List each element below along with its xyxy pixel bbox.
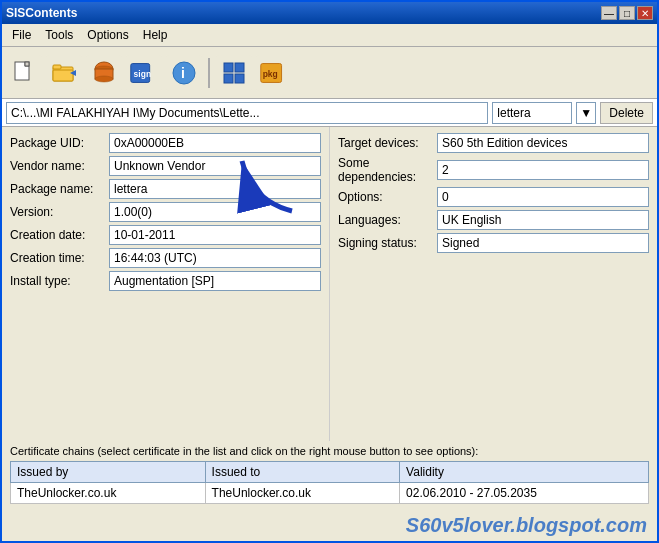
field-row-uid: Package UID: <box>10 133 321 153</box>
title-bar: SISContents — □ ✕ <box>2 2 657 24</box>
sign-button[interactable]: sign <box>126 55 162 91</box>
delete-button[interactable]: Delete <box>600 102 653 124</box>
svg-rect-17 <box>224 74 233 83</box>
menu-tools[interactable]: Tools <box>39 26 79 44</box>
menu-help[interactable]: Help <box>137 26 174 44</box>
watermark-text: S60v5lover.blogspot.com <box>406 514 647 536</box>
pkg-button[interactable]: pkg <box>256 55 292 91</box>
right-panel: Target devices: Some dependencies: Optio… <box>329 127 657 441</box>
svg-rect-4 <box>53 70 73 81</box>
filename-input[interactable] <box>492 102 572 124</box>
watermark: S60v5lover.blogspot.com <box>2 508 657 541</box>
address-bar: ▼ Delete <box>2 99 657 127</box>
cert-issued-by: TheUnlocker.co.uk <box>11 483 206 504</box>
value-dependencies[interactable] <box>437 160 649 180</box>
svg-rect-15 <box>224 63 233 72</box>
maximize-button[interactable]: □ <box>619 6 635 20</box>
field-row-vendor: Vendor name: <box>10 156 321 176</box>
cert-issued-to: TheUnlocker.co.uk <box>205 483 400 504</box>
cert-validity: 02.06.2010 - 27.05.2035 <box>400 483 649 504</box>
value-version[interactable] <box>109 202 321 222</box>
menu-file[interactable]: File <box>6 26 37 44</box>
svg-rect-5 <box>53 65 61 69</box>
label-signing: Signing status: <box>338 236 433 250</box>
label-install-type: Install type: <box>10 274 105 288</box>
label-creation-date: Creation date: <box>10 228 105 242</box>
field-row-creation-date: Creation date: <box>10 225 321 245</box>
path-input[interactable] <box>6 102 488 124</box>
svg-rect-2 <box>25 62 29 66</box>
label-uid: Package UID: <box>10 136 105 150</box>
menu-options[interactable]: Options <box>81 26 134 44</box>
new-button[interactable] <box>6 55 42 91</box>
label-version: Version: <box>10 205 105 219</box>
col-issued-by: Issued by <box>11 462 206 483</box>
value-vendor[interactable] <box>109 156 321 176</box>
certificate-section: Certificate chains (select certificate i… <box>2 441 657 508</box>
toolbar: sign i pkg <box>2 47 657 99</box>
window-title: SISContents <box>6 6 77 20</box>
label-package: Package name: <box>10 182 105 196</box>
certificate-table: Issued by Issued to Validity TheUnlocker… <box>10 461 649 504</box>
col-issued-to: Issued to <box>205 462 400 483</box>
svg-rect-16 <box>235 63 244 72</box>
main-content: Package UID: Vendor name: Package name: … <box>2 127 657 441</box>
field-row-languages: Languages: <box>338 210 649 230</box>
value-install-type[interactable] <box>109 271 321 291</box>
main-window: SISContents — □ ✕ File Tools Options Hel… <box>0 0 659 543</box>
dropdown-button[interactable]: ▼ <box>576 102 596 124</box>
value-creation-time[interactable] <box>109 248 321 268</box>
svg-point-10 <box>95 76 113 82</box>
label-target: Target devices: <box>338 136 433 150</box>
label-creation-time: Creation time: <box>10 251 105 265</box>
value-package[interactable] <box>109 179 321 199</box>
label-options: Options: <box>338 190 433 204</box>
col-validity: Validity <box>400 462 649 483</box>
field-row-install-type: Install type: <box>10 271 321 291</box>
label-dependencies: Some dependencies: <box>338 156 433 184</box>
field-row-creation-time: Creation time: <box>10 248 321 268</box>
close-button[interactable]: ✕ <box>637 6 653 20</box>
value-target[interactable] <box>437 133 649 153</box>
field-row-version: Version: <box>10 202 321 222</box>
view-button[interactable] <box>216 55 252 91</box>
field-row-target: Target devices: <box>338 133 649 153</box>
left-panel: Package UID: Vendor name: Package name: … <box>2 127 329 441</box>
value-signing[interactable] <box>437 233 649 253</box>
label-languages: Languages: <box>338 213 433 227</box>
field-row-signing: Signing status: <box>338 233 649 253</box>
open-button[interactable] <box>46 55 82 91</box>
svg-text:sign: sign <box>134 68 151 78</box>
toolbar-separator <box>208 58 210 88</box>
svg-text:i: i <box>181 65 185 81</box>
svg-text:pkg: pkg <box>263 68 278 78</box>
field-row-dependencies: Some dependencies: <box>338 156 649 184</box>
value-creation-date[interactable] <box>109 225 321 245</box>
value-languages[interactable] <box>437 210 649 230</box>
field-row-options: Options: <box>338 187 649 207</box>
menu-bar: File Tools Options Help <box>2 24 657 47</box>
extract-button[interactable] <box>86 55 122 91</box>
value-uid[interactable] <box>109 133 321 153</box>
value-options[interactable] <box>437 187 649 207</box>
cert-row[interactable]: TheUnlocker.co.uk TheUnlocker.co.uk 02.0… <box>11 483 649 504</box>
window-content: ▼ Delete Package UID: Vendor name: Packa… <box>2 99 657 541</box>
field-row-package: Package name: <box>10 179 321 199</box>
svg-rect-18 <box>235 74 244 83</box>
certificate-description: Certificate chains (select certificate i… <box>10 445 649 457</box>
label-vendor: Vendor name: <box>10 159 105 173</box>
window-controls: — □ ✕ <box>601 6 653 20</box>
minimize-button[interactable]: — <box>601 6 617 20</box>
info-button[interactable]: i <box>166 55 202 91</box>
